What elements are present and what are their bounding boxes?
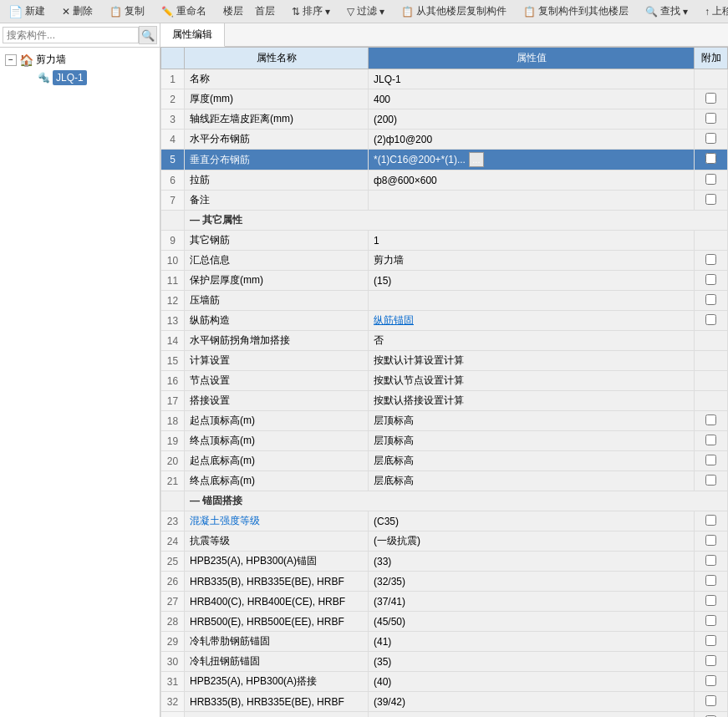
search-input[interactable] [3, 27, 139, 43]
property-value: 层底标高 [369, 451, 695, 471]
copy-button[interactable]: 📋 复制 [104, 3, 150, 20]
property-checkbox[interactable] [705, 194, 716, 205]
row-number: 12 [161, 291, 185, 311]
property-value: JLQ-1 [369, 69, 695, 89]
property-extra [695, 351, 728, 371]
property-checkbox[interactable] [705, 133, 716, 144]
copy-to-layer-button[interactable]: 📋 复制构件到其他楼层 [518, 3, 634, 20]
find-button[interactable]: 🔍 查找 ▾ [640, 3, 693, 20]
property-checkbox[interactable] [705, 535, 716, 546]
tree-root-item[interactable]: − 🏠 剪力墙 [3, 51, 156, 69]
table-scroll[interactable]: 属性名称 属性值 附加 1名称JLQ-12厚度(mm)4003轴线距左墙皮距离(… [160, 47, 728, 717]
row-number: 11 [161, 271, 185, 291]
col-num-header [161, 48, 185, 69]
property-checkbox[interactable] [705, 414, 716, 425]
layer-button[interactable]: 楼层 [218, 3, 248, 20]
property-checkbox[interactable] [705, 174, 716, 185]
property-name: HRB335(B), HRB335E(BE), HRBF [185, 572, 369, 592]
property-value: 按默认搭接设置计算 [369, 391, 695, 411]
property-value: 按默认节点设置计算 [369, 371, 695, 391]
property-checkbox[interactable] [705, 615, 716, 626]
table-row: 11保护层厚度(mm)(15) [161, 271, 728, 291]
sort-button[interactable]: ⇅ 排序 ▾ [287, 3, 335, 20]
top-button[interactable]: 首层 [250, 3, 280, 20]
tree-child-item[interactable]: 🔩 JLQ-1 [20, 69, 156, 87]
property-name: — 其它属性 [185, 211, 728, 231]
property-extra [695, 251, 728, 271]
property-checkbox[interactable] [705, 675, 716, 686]
row-number: 19 [161, 431, 185, 451]
table-row: 17搭接设置按默认搭接设置计算 [161, 391, 728, 411]
table-row: 23混凝土强度等级(C35) [161, 511, 728, 531]
property-name: 纵筋构造 [185, 311, 369, 331]
property-checkbox[interactable] [705, 515, 716, 526]
property-checkbox[interactable] [705, 274, 716, 285]
delete-icon: ✕ [62, 6, 70, 18]
property-checkbox[interactable] [705, 455, 716, 465]
property-value: 层顶标高 [369, 411, 695, 431]
property-value-text: *(1)C16@200+*(1)... [374, 154, 466, 165]
copy-icon: 📋 [109, 6, 122, 18]
property-extra [695, 231, 728, 251]
copy-from-layer-button[interactable]: 📋 从其他楼层复制构件 [396, 3, 512, 20]
row-number: 4 [161, 130, 185, 150]
col-name-header: 属性名称 [185, 48, 369, 69]
property-checkbox[interactable] [705, 153, 716, 164]
property-checkbox[interactable] [705, 555, 716, 566]
table-row[interactable]: 5垂直分布钢筋*(1)C16@200+*(1)...... [161, 150, 728, 170]
property-name: 冷轧扭钢筋锚固 [185, 652, 369, 672]
property-checkbox[interactable] [705, 655, 716, 666]
property-value: (33) [369, 552, 695, 572]
property-edit-tab[interactable]: 属性编辑 [160, 23, 225, 47]
table-row: 28HRB500(E), HRB500E(EE), HRBF(45/50) [161, 612, 728, 632]
property-name: 保护层厚度(mm) [185, 271, 369, 291]
property-value: 按默认计算设置计算 [369, 351, 695, 371]
property-extra [695, 672, 728, 692]
row-number: 1 [161, 69, 185, 89]
property-value: 纵筋锚固 [369, 311, 695, 331]
table-row: 12压墙筋 [161, 291, 728, 311]
property-name: 备注 [185, 191, 369, 211]
property-name: 冷轧带肋钢筋锚固 [185, 632, 369, 652]
property-checkbox[interactable] [705, 93, 716, 104]
row-number: 7 [161, 191, 185, 211]
table-row: 25HPB235(A), HPB300(A)锚固(33) [161, 552, 728, 572]
property-checkbox[interactable] [705, 595, 716, 606]
property-extra [695, 191, 728, 211]
property-checkbox[interactable] [705, 475, 716, 486]
property-checkbox[interactable] [705, 435, 716, 445]
property-checkbox[interactable] [705, 695, 716, 706]
property-checkbox[interactable] [705, 575, 716, 586]
rename-button[interactable]: ✏️ 重命名 [156, 3, 211, 20]
new-button[interactable]: 📄 新建 [3, 3, 50, 20]
property-name: HRB400(C), HRB400E(CE), HRBF [185, 592, 369, 612]
search-button[interactable]: 🔍 [139, 26, 157, 44]
delete-button[interactable]: ✕ 删除 [57, 3, 98, 20]
property-extra [695, 531, 728, 552]
property-value: (39/42) [369, 692, 695, 712]
sort-icon: ⇅ [292, 6, 300, 18]
property-value[interactable]: *(1)C16@200+*(1)...... [369, 150, 695, 170]
table-row: 14水平钢筋拐角增加搭接否 [161, 331, 728, 351]
move-up-button[interactable]: ↑ 上移 [700, 3, 728, 20]
row-number: 31 [161, 672, 185, 692]
property-checkbox[interactable] [705, 314, 716, 325]
property-checkbox[interactable] [705, 254, 716, 265]
ellipsis-button[interactable]: ... [469, 152, 484, 167]
row-number [161, 211, 185, 231]
property-checkbox[interactable] [705, 294, 716, 305]
property-name: HRB335(B), HRB335E(BE), HRBF [185, 692, 369, 712]
property-checkbox[interactable] [705, 113, 716, 124]
row-number: 18 [161, 411, 185, 431]
rename-icon: ✏️ [161, 6, 174, 18]
tree-expand-icon[interactable]: − [5, 54, 17, 66]
table-row: 3轴线距左墙皮距离(mm)(200) [161, 109, 728, 130]
property-checkbox[interactable] [705, 635, 716, 646]
row-number: 33 [161, 712, 185, 718]
search-box: 🔍 [0, 23, 160, 48]
table-row: 21终点底标高(m)层底标高 [161, 471, 728, 491]
property-name: 起点顶标高(m) [185, 411, 369, 431]
table-row: 15计算设置按默认计算设置计算 [161, 351, 728, 371]
filter-button[interactable]: ▽ 过滤 ▾ [342, 3, 389, 20]
property-name: HRB500(E), HRB500E(EE), HRBF [185, 612, 369, 632]
